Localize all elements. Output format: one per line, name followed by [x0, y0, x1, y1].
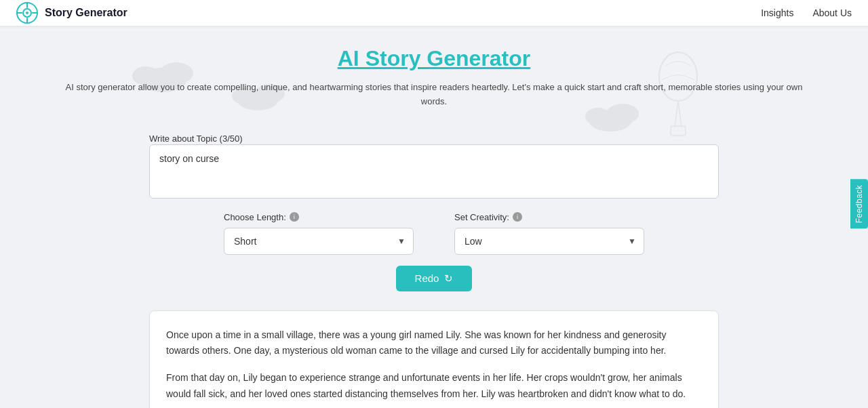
svg-point-17 [589, 110, 632, 131]
creativity-info-icon: i [513, 212, 522, 222]
brand-logo: Story Generator [16, 2, 127, 24]
logo-icon [16, 2, 38, 24]
redo-icon: ↻ [444, 272, 453, 285]
length-select-wrapper: Short Medium Long ▼ [224, 228, 414, 255]
nav-insights[interactable]: Insights [761, 7, 793, 18]
feedback-tab[interactable]: Feedback [850, 180, 868, 229]
creativity-label: Set Creativity: i [454, 212, 644, 222]
navbar: Story Generator Insights About Us [0, 0, 868, 26]
hero-section: AI Story Generator AI story generator al… [27, 46, 841, 125]
topic-wrapper: Write about Topic (3/50) story on curse [149, 132, 719, 201]
creativity-select[interactable]: Low Medium High [454, 228, 644, 255]
length-info-icon: i [290, 212, 299, 222]
topic-label: Write about Topic (3/50) [149, 134, 243, 144]
controls-row: Choose Length: i Short Medium Long ▼ Set… [149, 212, 719, 255]
length-select[interactable]: Short Medium Long [224, 228, 414, 255]
form-section: Write about Topic (3/50) story on curse … [149, 132, 719, 408]
main-content: AI Story Generator AI story generator al… [0, 26, 868, 408]
svg-point-19 [585, 108, 611, 125]
brand-name: Story Generator [45, 7, 127, 19]
length-control-group: Choose Length: i Short Medium Long ▼ [224, 212, 414, 255]
creativity-select-wrapper: Low Medium High ▼ [454, 228, 644, 255]
length-label: Choose Length: i [224, 212, 414, 222]
nav-about-us[interactable]: About Us [812, 7, 852, 18]
creativity-control-group: Set Creativity: i Low Medium High ▼ [454, 212, 644, 255]
hero-title: AI Story Generator [27, 46, 841, 71]
nav-links: Insights About Us [761, 7, 852, 18]
hero-subtitle: AI story generator allow you to create c… [61, 81, 807, 109]
redo-button[interactable]: Redo ↻ [396, 266, 473, 291]
story-output[interactable]: Once upon a time in a small village, the… [149, 310, 719, 408]
feedback-tab-wrapper: Feedback [850, 180, 868, 229]
topic-input[interactable]: story on curse [149, 144, 719, 199]
story-paragraph-1: Once upon a time in a small village, the… [166, 327, 702, 360]
svg-point-2 [26, 12, 28, 14]
story-paragraph-2: From that day on, Lily began to experien… [166, 370, 702, 403]
